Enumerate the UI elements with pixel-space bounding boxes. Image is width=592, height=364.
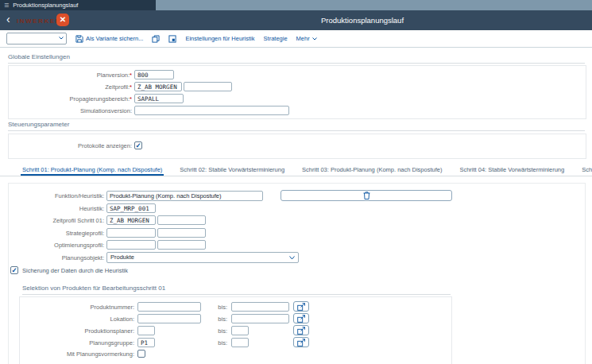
variant-input[interactable] — [9, 34, 55, 44]
strategieprofil-input[interactable] — [106, 228, 156, 238]
more-button[interactable]: Mehr — [296, 35, 317, 42]
section-global-settings: Planversion:* Zeitprofil:* Propagierungs… — [8, 65, 586, 119]
logo-text: INWERKEN — [17, 17, 61, 25]
produktnummer-input[interactable] — [137, 302, 201, 312]
variant-combobox[interactable] — [6, 33, 67, 45]
save-variant-button[interactable]: Als Variante sichern... — [75, 35, 143, 43]
multi-select-icon — [297, 327, 306, 335]
form-row: Zeitprofil Schritt 01: — [9, 215, 585, 226]
form-row: Mit Planungsvormerkung: — [20, 349, 451, 359]
section-title-selection: Selektion von Produkten für Bearbeitungs… — [22, 285, 451, 295]
planungsgruppe-value-help-button[interactable] — [293, 337, 309, 347]
heuristik-input[interactable] — [106, 203, 156, 213]
tab-schritt-02[interactable]: Schritt 02: Stabile Vorwärtsterminierung — [178, 162, 286, 176]
bis-label: bis: — [199, 339, 227, 347]
multi-select-icon — [297, 303, 306, 311]
strategieprofil-input-2[interactable] — [157, 228, 206, 238]
browser-tab-strip: ☰ Produktionsplanungslauf — [0, 0, 592, 10]
chevron-down-icon — [289, 256, 295, 260]
optimierungsprofil-input[interactable] — [106, 240, 156, 250]
planversion-input[interactable] — [134, 70, 174, 79]
logo-icon: ✕ — [56, 14, 69, 26]
multi-select-icon — [297, 315, 306, 323]
browser-tab[interactable]: ☰ Produktionsplanungslauf — [0, 0, 156, 10]
save-variant-label: Als Variante sichern... — [86, 35, 143, 42]
strategy-label: Strategie — [264, 35, 288, 42]
trash-icon — [363, 192, 370, 199]
tab-schritt-01[interactable]: Schritt 01: Produkt-Planung (Komp. nach … — [21, 162, 164, 176]
browser-tab-title: Produktionsplanungslauf — [13, 2, 78, 9]
protokolle-anzeigen-checkbox[interactable]: ✓ — [134, 141, 142, 149]
form-row: Produktnummer: bis: — [20, 302, 451, 312]
mit-planungsvormerkung-checkbox[interactable] — [137, 350, 145, 358]
shell-header: ‹ INWERKEN ✕ Produktionsplanungslauf — [0, 10, 592, 30]
optimierungsprofil-label: Optimierungsprofil: — [9, 242, 104, 249]
planungsgruppe-bis-input[interactable] — [231, 338, 249, 347]
bis-label: bis: — [199, 327, 227, 335]
section-title-global-settings: Globale Einstellungen — [8, 53, 585, 64]
produktnummer-label: Produktnummer: — [20, 304, 134, 311]
back-button[interactable]: ‹ — [6, 13, 10, 26]
section-title-control-parameters: Steuerungsparameter — [8, 121, 585, 131]
mit-planungsvormerkung-label: Mit Planungsvormerkung: — [20, 350, 134, 358]
form-row: Strategieprofil: — [9, 228, 585, 238]
tab-schritt-03[interactable]: Schritt 03: Produkt-Planung (Komp. nach … — [300, 162, 443, 176]
simulationsversion-input[interactable] — [134, 106, 289, 115]
form-row: Planungsgruppe: bis: — [20, 338, 451, 348]
delete-step-button[interactable] — [281, 190, 452, 201]
bis-label: bis: — [199, 316, 227, 323]
produktionsplaner-bis-input[interactable] — [231, 326, 249, 335]
funktion-heuristik-input[interactable] — [106, 191, 263, 201]
section-control-parameters: Protokolle anzeigen: ✓ — [8, 134, 586, 159]
produktionsplaner-label: Produktionsplaner: — [20, 327, 134, 335]
zeitprofil-input[interactable] — [134, 82, 182, 91]
propagierungsbereich-input[interactable] — [134, 94, 184, 103]
planungsobjekt-label: Planungsobjekt: — [9, 254, 104, 261]
produktionsplaner-input[interactable] — [137, 326, 155, 335]
produktionsplaner-value-help-button[interactable] — [293, 325, 309, 335]
app-window: ☰ Produktionsplanungslauf ‹ INWERKEN ✕ P… — [0, 0, 592, 364]
form-row: Lokation: bis: — [20, 314, 451, 324]
tab-schritt-04[interactable]: Schritt 04: Stabile Vorwärtsterminierung — [458, 162, 566, 176]
planungsgruppe-label: Planungsgruppe: — [20, 339, 134, 347]
form-row: ✓ Sicherung der Daten durch die Heuristi… — [9, 265, 585, 276]
zeitprofil-schritt01-input[interactable] — [106, 215, 156, 225]
form-row: Simulationsversion: — [9, 106, 586, 116]
strategieprofil-label: Strategieprofil: — [9, 230, 104, 237]
copy-button[interactable] — [152, 35, 160, 43]
planungsgruppe-input[interactable] — [137, 338, 155, 347]
settings-heuristic-button[interactable]: Einstellungen für Heuristik — [185, 35, 254, 42]
form-row: Produktionsplaner: bis: — [20, 326, 451, 336]
lokation-bis-input[interactable] — [231, 314, 289, 323]
zeitprofil-schritt01-input-2[interactable] — [157, 215, 206, 225]
form-row: Optimierungsprofil: — [9, 240, 585, 250]
protokolle-anzeigen-label: Protokolle anzeigen: — [9, 142, 132, 149]
display-button[interactable] — [168, 35, 176, 43]
zeitprofil-label: Zeitprofil:* — [9, 83, 132, 91]
produktnummer-value-help-button[interactable] — [293, 301, 309, 312]
chevron-down-icon[interactable] — [59, 37, 64, 40]
heuristik-label: Heuristik: — [9, 205, 104, 212]
form-row: Planungsobjekt: Produkte — [9, 252, 585, 263]
funktion-heuristik-label: Funktion/Heuristik: — [9, 192, 104, 199]
zeitprofil-schritt01-label: Zeitprofil Schritt 01: — [9, 217, 104, 224]
planungsobjekt-select[interactable]: Produkte — [106, 252, 299, 263]
copy-icon — [152, 35, 160, 43]
bis-label: bis: — [199, 304, 227, 311]
strategy-button[interactable]: Strategie — [264, 35, 288, 42]
step-tabs: Schritt 01: Produkt-Planung (Komp. nach … — [0, 162, 592, 176]
form-row: Planversion:* — [9, 70, 586, 80]
optimierungsprofil-input-2[interactable] — [157, 240, 206, 250]
lokation-value-help-button[interactable] — [293, 313, 309, 323]
chevron-down-icon — [312, 37, 317, 41]
sicherung-checkbox[interactable]: ✓ — [10, 266, 18, 274]
planversion-label: Planversion:* — [9, 72, 132, 79]
menu-icon[interactable]: ☰ — [4, 0, 9, 10]
simulationsversion-label: Simulationsversion: — [9, 107, 132, 114]
produktnummer-bis-input[interactable] — [231, 302, 289, 312]
form-row: Propagierungsbereich:* — [9, 94, 586, 104]
lokation-input[interactable] — [137, 314, 201, 323]
form-row: Protokolle anzeigen: ✓ — [9, 141, 586, 151]
tab-schritt-05[interactable]: Schritt 05: — [580, 162, 592, 176]
zeitprofil-input-2[interactable] — [184, 82, 232, 91]
